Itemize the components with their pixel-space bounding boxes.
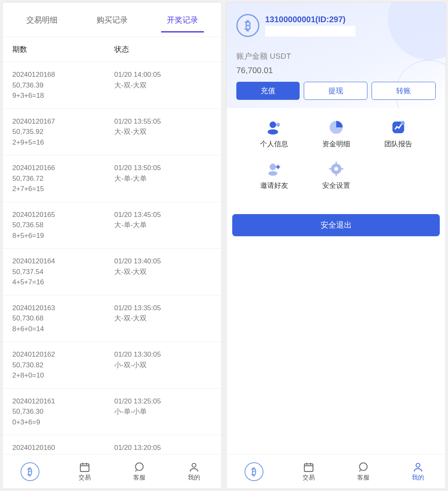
svg-rect-0: [80, 464, 89, 472]
table-row: 2024012016750,735.922+9+5=1601/20 13:55:…: [2, 109, 222, 156]
bitcoin-icon: ₿: [245, 462, 263, 481]
row-result: 大-双-大双: [114, 267, 212, 277]
row-result: 大-双-大双: [114, 80, 212, 91]
svg-point-5: [276, 123, 280, 127]
svg-point-10: [268, 171, 277, 176]
svg-rect-16: [341, 168, 343, 169]
nav-service-r[interactable]: 客服: [336, 454, 391, 489]
row-value: 50,730.68: [12, 313, 114, 324]
header-period: 期数: [12, 44, 114, 54]
row-time: 01/20 13:40:05: [114, 256, 212, 267]
svg-point-3: [269, 122, 276, 128]
recharge-button[interactable]: 充值: [236, 82, 300, 100]
tab-lottery[interactable]: 开奖记录: [161, 12, 204, 32]
user-id: 13100000001(ID:297): [265, 15, 356, 24]
user-tag: [265, 26, 356, 37]
row-result: 小-单-小单: [114, 406, 212, 417]
row-period: 20240120168: [12, 69, 114, 80]
row-calc: 2+9+5=16: [12, 137, 114, 148]
nav-trade[interactable]: 交易: [57, 454, 112, 489]
row-period: 20240120162: [12, 349, 114, 360]
withdraw-button[interactable]: 提现: [304, 82, 368, 100]
table-row: 2024012016250,730.822+8+0=1001/20 13:30:…: [2, 342, 222, 389]
calendar-icon: [79, 461, 90, 473]
person-icon: [412, 461, 424, 473]
svg-rect-14: [335, 173, 337, 176]
row-time: 01/20 13:55:05: [114, 116, 212, 127]
svg-rect-13: [335, 162, 337, 164]
nav-trade-r[interactable]: 交易: [281, 454, 336, 489]
svg-point-4: [268, 129, 278, 135]
tab-transaction[interactable]: 交易明细: [21, 12, 63, 32]
row-period: 20240120165: [12, 210, 114, 220]
row-calc: 2+7+6=15: [12, 184, 114, 194]
chat-icon: [134, 461, 145, 473]
row-result: 大-单-大单: [114, 220, 212, 231]
nav-home[interactable]: ₿: [2, 454, 57, 489]
row-time: 01/20 13:25:05: [114, 396, 212, 407]
balance-label: 账户金额 USDT: [236, 51, 436, 62]
menu-funds[interactable]: 资金明细: [305, 120, 367, 149]
table-row: 2024012016650,736.722+7+6=1501/20 13:50:…: [2, 155, 222, 202]
row-period: 20240120160: [12, 443, 114, 453]
menu-security[interactable]: 安全设置: [305, 161, 367, 190]
svg-rect-15: [329, 168, 331, 169]
row-time: 01/20 13:50:05: [114, 163, 212, 173]
row-calc: 2+8+0=10: [12, 370, 114, 381]
profile-icon: [266, 120, 282, 135]
row-value: 50,736.39: [12, 80, 114, 91]
row-time: 01/20 13:45:05: [114, 210, 212, 220]
chat-icon: [358, 461, 369, 473]
menu-invite[interactable]: 邀请好友: [243, 161, 305, 190]
bottom-nav-left: ₿ 交易 客服 我的: [2, 454, 222, 489]
row-result: 大-双-大双: [114, 313, 212, 324]
tab-purchase[interactable]: 购买记录: [91, 12, 134, 32]
menu-profile[interactable]: 个人信息: [243, 120, 305, 149]
gear-icon: [328, 161, 344, 177]
svg-point-9: [269, 164, 276, 170]
row-calc: 4+5+7=16: [12, 277, 114, 288]
row-time: 01/20 14:00:05: [114, 69, 212, 80]
top-tabs: 交易明细 购买记录 开奖记录: [2, 2, 222, 37]
svg-point-8: [401, 121, 405, 125]
phone-profile: ₿ 13100000001(ID:297) 账户金额 USDT 76,700.0…: [226, 2, 446, 489]
logout-button[interactable]: 安全退出: [232, 214, 440, 236]
row-period: 20240120166: [12, 163, 114, 173]
bitcoin-icon: ₿: [21, 462, 39, 481]
transfer-button[interactable]: 转账: [372, 82, 436, 100]
rows-container: 2024012016850,736.399+3+6=1801/20 14:00:…: [2, 62, 222, 454]
row-value: 50,730.82: [12, 360, 114, 371]
row-value: 50,737.54: [12, 267, 114, 277]
row-calc: 9+3+6=18: [12, 90, 114, 101]
nav-service[interactable]: 客服: [112, 454, 167, 489]
menu-team[interactable]: 团队报告: [367, 120, 429, 149]
table-row: 2024012016550,736.588+5+6=1901/20 13:45:…: [2, 202, 222, 249]
svg-point-19: [416, 463, 420, 467]
table-row: 2024012016150,736.300+3+6=901/20 13:25:0…: [2, 389, 222, 436]
row-period: 20240120163: [12, 303, 114, 314]
row-result: 大-双-大双: [114, 127, 212, 137]
menu-grid: 个人信息 资金明细 团队报告 邀请好友 安全设置: [226, 108, 446, 202]
row-calc: 8+5+6=19: [12, 231, 114, 241]
calendar-icon: [303, 461, 314, 473]
row-value: 50,735.92: [12, 127, 114, 137]
report-icon: [390, 120, 406, 135]
bottom-nav-right: ₿ 交易 客服 我的: [226, 454, 446, 489]
row-time: 01/20 13:20:05: [114, 443, 212, 453]
nav-home-r[interactable]: ₿: [226, 454, 281, 489]
table-row: 2024012016350,730.688+6+0=1401/20 13:35:…: [2, 295, 222, 342]
row-period: 20240120164: [12, 256, 114, 267]
table-header: 期数 状态: [2, 37, 222, 62]
row-time: 01/20 13:30:05: [114, 349, 212, 360]
row-value: 50,736.72: [12, 173, 114, 184]
header-status: 状态: [114, 44, 212, 54]
balance-value: 76,700.01: [236, 66, 436, 75]
svg-point-12: [334, 167, 338, 171]
nav-mine-r[interactable]: 我的: [391, 454, 446, 489]
svg-point-2: [192, 463, 196, 467]
row-period: 20240120161: [12, 396, 114, 407]
row-result: 小-双-小双: [114, 360, 212, 371]
nav-mine[interactable]: 我的: [167, 454, 222, 489]
phone-lottery: 交易明细 购买记录 开奖记录 期数 状态 2024012016850,736.3…: [2, 2, 222, 489]
row-calc: 0+3+6=9: [12, 417, 114, 428]
